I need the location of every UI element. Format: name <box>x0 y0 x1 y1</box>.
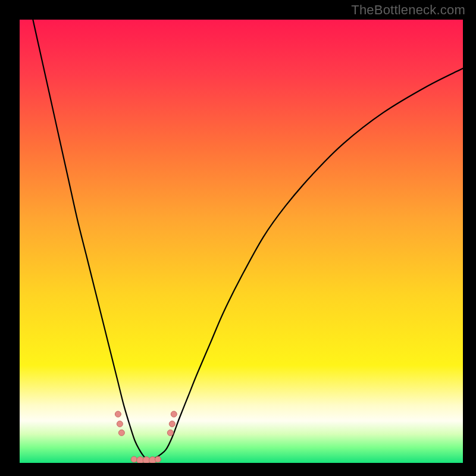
marker-dot <box>118 430 124 436</box>
bottleneck-curve <box>33 20 463 460</box>
curve-layer <box>20 20 463 463</box>
marker-dot <box>115 411 121 417</box>
marker-dot <box>131 456 137 462</box>
marker-dot <box>155 456 161 462</box>
chart-frame: TheBottleneck.com <box>0 0 476 476</box>
marker-dot <box>169 421 175 427</box>
curve-markers <box>115 411 177 463</box>
marker-dot <box>171 411 177 417</box>
watermark-text: TheBottleneck.com <box>351 2 465 18</box>
marker-dot <box>167 430 173 436</box>
plot-area <box>20 20 463 463</box>
marker-dot <box>117 421 123 427</box>
